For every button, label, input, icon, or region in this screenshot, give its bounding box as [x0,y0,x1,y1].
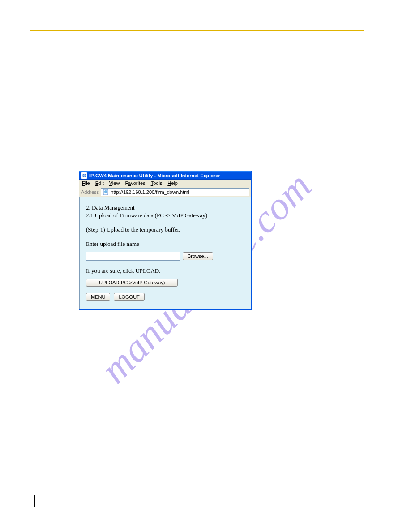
menu-favorites[interactable]: Favorites [125,180,145,186]
address-box[interactable]: http://192.168.1.200/firm_down.html [101,188,249,196]
browse-button[interactable]: Browse... [183,252,213,260]
enter-file-label: Enter upload file name [86,240,244,248]
menu-view[interactable]: View [109,180,120,186]
heading-data-management: 2. Data Management [86,204,244,211]
address-label: Address [81,189,99,195]
file-row: Browse... [86,252,244,261]
svg-point-2 [104,190,107,193]
upload-button[interactable]: UPLOAD(PC->VoIP Gateway) [86,279,178,287]
menu-button[interactable]: MENU [86,293,110,301]
menu-file[interactable]: File [82,180,90,186]
address-url: http://192.168.1.200/firm_down.html [111,189,189,195]
logout-button[interactable]: LOGOUT [114,293,144,301]
browser-window: IP-GW4 Maintenance Utility - Microsoft I… [79,171,252,310]
addressbar: Address http://192.168.1.200/firm_down.h… [79,187,251,197]
nav-button-row: MENU LOGOUT [86,293,244,301]
heading-upload-firmware: 2.1 Upload of Firmware data (PC -> VoIP … [86,212,244,219]
step-text: (Step-1) Upload to the temporary buffer. [86,226,244,233]
app-icon [81,172,87,179]
menubar: File Edit View Favorites Tools Help [79,180,251,187]
confirm-text: If you are sure, click UPLOAD. [86,267,244,275]
menu-edit[interactable]: Edit [95,180,104,186]
footer-mark [34,495,35,507]
titlebar: IP-GW4 Maintenance Utility - Microsoft I… [79,171,251,180]
menu-help[interactable]: Help [167,180,178,186]
window-title: IP-GW4 Maintenance Utility - Microsoft I… [89,173,220,178]
page-icon [103,189,109,195]
menu-tools[interactable]: Tools [151,180,163,186]
top-rule [30,30,364,31]
upload-file-input[interactable] [86,252,180,261]
page-content: 2. Data Management 2.1 Upload of Firmwar… [79,197,251,309]
